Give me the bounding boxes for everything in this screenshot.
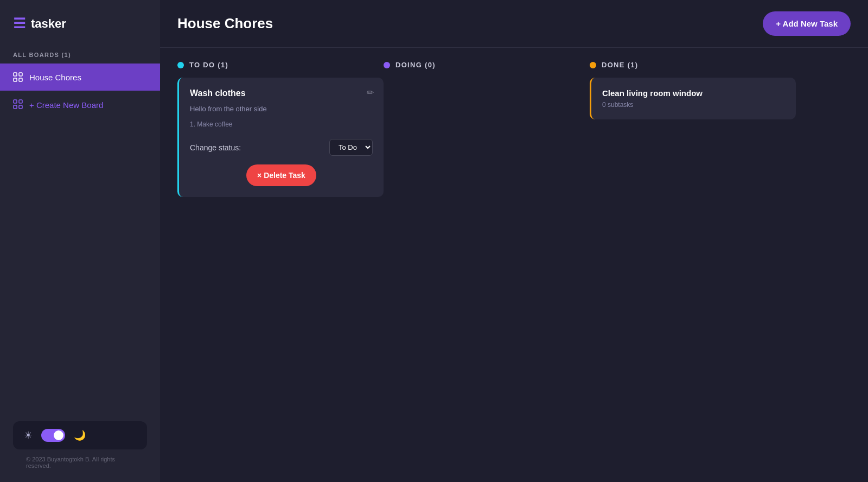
theme-toggle-box: ☀ 🌙 <box>13 421 147 449</box>
task-title: Wash clothes <box>190 88 373 98</box>
task-card-clean-window: Clean living room window 0 subtasks <box>590 78 796 119</box>
sidebar: ☰ tasker ALL BOARDS (1) House Chores + C… <box>0 0 160 482</box>
board-area: TO DO (1) ✏ Wash clothes Hello from the … <box>160 48 868 482</box>
column-todo: TO DO (1) ✏ Wash clothes Hello from the … <box>177 61 384 197</box>
svg-rect-0 <box>14 73 17 76</box>
change-status-label: Change status: <box>190 143 241 152</box>
delete-task-button[interactable]: × Delete Task <box>246 164 316 186</box>
svg-rect-1 <box>19 73 22 76</box>
svg-rect-3 <box>19 78 22 81</box>
app-logo: ☰ tasker <box>0 0 160 47</box>
plus-board-icon <box>13 99 23 111</box>
doing-column-title: DOING (0) <box>395 61 436 69</box>
doing-dot <box>384 62 390 68</box>
done-task-title: Clean living room window <box>602 88 785 98</box>
task-description: Hello from the other side <box>190 105 373 113</box>
done-dot <box>590 62 596 68</box>
task-status-row: Change status: To Do Doing Done <box>190 139 373 156</box>
column-doing: DOING (0) <box>384 61 590 78</box>
svg-rect-6 <box>14 105 17 109</box>
page-title: House Chores <box>177 15 273 32</box>
column-header-doing: DOING (0) <box>384 61 590 78</box>
svg-rect-2 <box>14 78 17 81</box>
sidebar-footer: ☀ 🌙 © 2023 Buyantogtokh B. All rights re… <box>0 408 160 482</box>
create-new-board-item[interactable]: + Create New Board <box>0 91 160 119</box>
column-done: DONE (1) Clean living room window 0 subt… <box>590 61 796 119</box>
sidebar-board-label: House Chores <box>29 73 81 82</box>
svg-rect-5 <box>19 100 22 103</box>
board-icon <box>13 72 23 82</box>
app-name: tasker <box>31 17 66 31</box>
sidebar-section-label: ALL BOARDS (1) <box>0 47 160 64</box>
theme-toggle-switch[interactable] <box>41 429 65 442</box>
moon-icon: 🌙 <box>74 429 86 441</box>
done-task-subtasks: 0 subtasks <box>602 101 785 109</box>
add-new-task-button[interactable]: + Add New Task <box>763 11 851 36</box>
main-content: House Chores + Add New Task TO DO (1) ✏ … <box>160 0 868 482</box>
svg-rect-4 <box>14 100 17 103</box>
copyright-text: © 2023 Buyantogtokh B. All rights reserv… <box>13 449 147 469</box>
task-subtask: 1. Make coffee <box>190 120 373 128</box>
create-board-label: + Create New Board <box>29 100 103 110</box>
column-header-done: DONE (1) <box>590 61 796 78</box>
logo-icon: ☰ <box>13 15 25 32</box>
sun-icon: ☀ <box>24 429 33 441</box>
column-header-todo: TO DO (1) <box>177 61 384 78</box>
status-select[interactable]: To Do Doing Done <box>329 139 373 156</box>
sidebar-item-house-chores[interactable]: House Chores <box>0 64 160 91</box>
toggle-knob <box>54 430 63 440</box>
edit-icon[interactable]: ✏ <box>367 87 374 98</box>
todo-dot <box>177 62 184 68</box>
done-column-title: DONE (1) <box>602 61 638 69</box>
header: House Chores + Add New Task <box>160 0 868 48</box>
todo-column-title: TO DO (1) <box>189 61 228 69</box>
svg-rect-7 <box>19 105 22 109</box>
task-card-wash-clothes: ✏ Wash clothes Hello from the other side… <box>177 78 384 197</box>
